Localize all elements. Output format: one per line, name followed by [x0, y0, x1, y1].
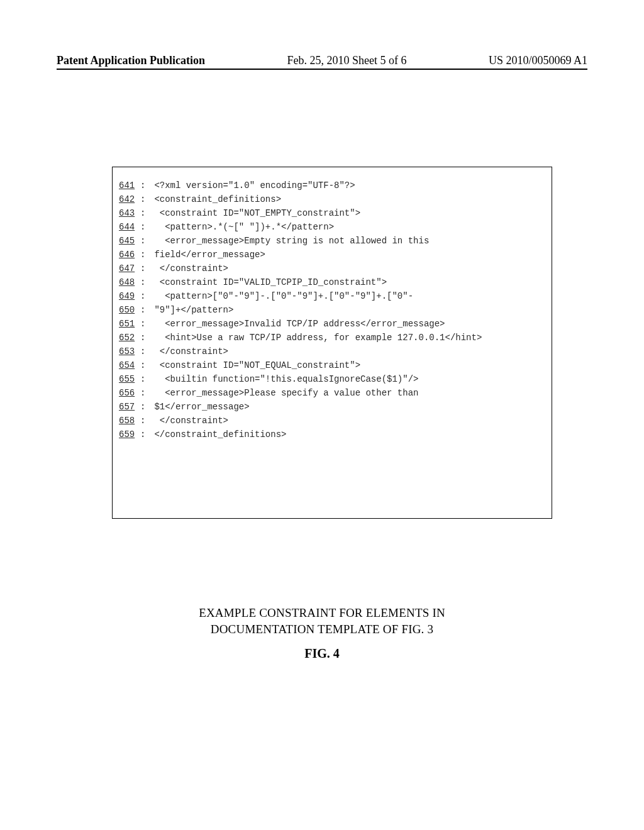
line-number-colon: : [140, 372, 145, 386]
code-text: <constraint ID="NOT_EQUAL_constraint"> [154, 358, 360, 372]
code-text: "9"]+</pattern> [154, 303, 233, 317]
code-line: 649: <pattern>["0"-"9"]-.["0"-"9"]+.["0"… [119, 289, 545, 303]
line-number: 654 [119, 358, 140, 372]
code-text: <?xml version="1.0" encoding="UTF-8"?> [154, 179, 355, 192]
line-number: 651 [119, 317, 140, 331]
line-number: 646 [119, 248, 140, 262]
line-number: 641 [119, 179, 140, 192]
line-number: 657 [119, 400, 140, 414]
line-number: 644 [119, 220, 140, 234]
line-number-colon: : [140, 275, 145, 289]
line-number-colon: : [140, 358, 145, 372]
code-text: <builtin function="!this.equalsIgnoreCas… [154, 372, 418, 386]
line-number: 649 [119, 289, 140, 303]
line-number-colon: : [140, 234, 145, 248]
page-header: Patent Application Publication Feb. 25, … [57, 54, 587, 70]
line-number-colon: : [140, 262, 145, 275]
figure-label: FIG. 4 [0, 646, 644, 661]
code-line: 645: <error_message>Empty string is not … [119, 234, 545, 248]
code-text: $1</error_message> [154, 400, 249, 414]
header-left: Patent Application Publication [57, 54, 205, 67]
line-number-colon: : [140, 303, 145, 317]
line-number-colon: : [140, 179, 145, 192]
line-number-colon: : [140, 345, 145, 358]
page: Patent Application Publication Feb. 25, … [0, 0, 644, 830]
code-line: 648: <constraint ID="VALID_TCPIP_ID_cons… [119, 275, 545, 289]
line-number: 656 [119, 386, 140, 400]
code-line: 654: <constraint ID="NOT_EQUAL_constrain… [119, 358, 545, 372]
code-line: 658: </constraint> [119, 414, 545, 428]
line-number-colon: : [140, 386, 145, 400]
code-line: 657:$1</error_message> [119, 400, 545, 414]
line-number-colon: : [140, 192, 145, 206]
line-number: 643 [119, 206, 140, 220]
line-number-colon: : [140, 400, 145, 414]
code-text: <constraint_definitions> [154, 192, 281, 206]
line-number: 647 [119, 262, 140, 275]
code-line: 656: <error_message>Please specify a val… [119, 386, 545, 400]
code-line: 647: </constraint> [119, 262, 545, 275]
line-number-colon: : [140, 414, 145, 428]
line-number-colon: : [140, 317, 145, 331]
code-text: <constraint ID="VALID_TCPIP_ID_constrain… [154, 275, 387, 289]
line-number-colon: : [140, 331, 145, 345]
code-text: <error_message>Please specify a value ot… [154, 386, 418, 400]
code-line: 653: </constraint> [119, 345, 545, 358]
code-line: 644: <pattern>.*(~[" "])+.*</pattern> [119, 220, 545, 234]
code-line: 659:</constraint_definitions> [119, 428, 545, 441]
code-line: 651: <error_message>Invalid TCP/IP addre… [119, 317, 545, 331]
line-number: 659 [119, 428, 140, 441]
code-line: 643: <constraint ID="NOT_EMPTY_constrain… [119, 206, 545, 220]
code-line: 655: <builtin function="!this.equalsIgno… [119, 372, 545, 386]
code-text: <pattern>.*(~[" "])+.*</pattern> [154, 220, 334, 234]
code-text: </constraint> [154, 414, 228, 428]
line-number: 653 [119, 345, 140, 358]
line-number: 655 [119, 372, 140, 386]
code-line: 642:<constraint_definitions> [119, 192, 545, 206]
line-number: 645 [119, 234, 140, 248]
code-line: 650:"9"]+</pattern> [119, 303, 545, 317]
line-number: 648 [119, 275, 140, 289]
code-text: </constraint> [154, 262, 228, 275]
line-number: 652 [119, 331, 140, 345]
line-number-colon: : [140, 248, 145, 262]
line-number-colon: : [140, 428, 145, 441]
line-number-colon: : [140, 206, 145, 220]
line-number: 650 [119, 303, 140, 317]
code-text: <error_message>Invalid TCP/IP address</e… [154, 317, 445, 331]
line-number: 642 [119, 192, 140, 206]
figure-caption: EXAMPLE CONSTRAINT FOR ELEMENTS IN DOCUM… [0, 605, 644, 638]
code-listing-box: 641:<?xml version="1.0" encoding="UTF-8"… [112, 167, 552, 519]
header-center: Feb. 25, 2010 Sheet 5 of 6 [287, 54, 407, 67]
line-number-colon: : [140, 220, 145, 234]
code-text: <constraint ID="NOT_EMPTY_constraint"> [154, 206, 360, 220]
header-right: US 2010/0050069 A1 [489, 54, 587, 67]
code-text: <pattern>["0"-"9"]-.["0"-"9"]+.["0"-"9"]… [154, 289, 413, 303]
figure-caption-line1: EXAMPLE CONSTRAINT FOR ELEMENTS IN [0, 605, 644, 621]
code-line: 646:field</error_message> [119, 248, 545, 262]
code-text: <hint>Use a raw TCP/IP address, for exam… [154, 331, 482, 345]
code-text: field</error_message> [154, 248, 265, 262]
code-text: <error_message>Empty string is not allow… [154, 234, 429, 248]
code-text: </constraint_definitions> [154, 428, 286, 441]
figure-caption-line2: DOCUMENTATION TEMPLATE OF FIG. 3 [0, 621, 644, 638]
line-number: 658 [119, 414, 140, 428]
code-text: </constraint> [154, 345, 228, 358]
code-line: 652: <hint>Use a raw TCP/IP address, for… [119, 331, 545, 345]
line-number-colon: : [140, 289, 145, 303]
code-line: 641:<?xml version="1.0" encoding="UTF-8"… [119, 179, 545, 192]
